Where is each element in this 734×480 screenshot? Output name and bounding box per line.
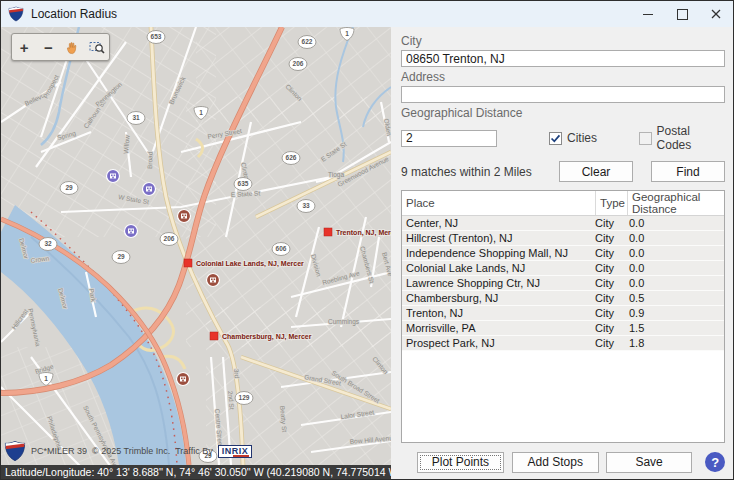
svg-text:1: 1 [345, 30, 349, 37]
poi-icon[interactable] [143, 183, 156, 196]
checkbox-box [549, 132, 562, 145]
table-row[interactable]: Independence Shopping Mall, NJCity0.0 [402, 246, 724, 261]
map-marker-label: Colonial Lake Lands, NJ, Mercer [196, 260, 304, 268]
svg-text:606: 606 [276, 245, 287, 252]
svg-text:29: 29 [117, 253, 125, 260]
table-cell: Colonial Lake Lands, NJ [402, 262, 595, 274]
map-attribution: PC*MILER 39 © 2025 Trimble Inc. Traffic … [4, 440, 252, 462]
table-cell: 0.5 [629, 292, 724, 304]
route-shield: 31 [127, 112, 145, 125]
clear-button[interactable]: Clear [559, 161, 633, 182]
distance-input[interactable] [401, 130, 497, 147]
inrix-logo: INRIX [218, 445, 253, 458]
checkbox-box [639, 132, 652, 145]
cities-checkbox[interactable]: Cities [549, 131, 597, 145]
table-row[interactable]: Hillcrest (Trenton), NJCity0.0 [402, 231, 724, 246]
route-shield: 635 [234, 178, 252, 191]
location-radius-window: Location Radius [0, 0, 734, 480]
zoom-in-button[interactable]: + [14, 37, 34, 57]
street-label: 3rd [233, 368, 241, 378]
results-header: Place Type Geographical Distance [402, 191, 724, 216]
lat-long-statusbar: Latitude/Longitude: 40° 13' 8.688'' N, 7… [1, 465, 391, 479]
table-row[interactable]: Chambersburg, NJCity0.5 [402, 291, 724, 306]
address-input[interactable] [401, 86, 725, 103]
table-row[interactable]: Trenton, NJCity0.9 [402, 306, 724, 321]
table-cell: City [595, 232, 629, 244]
minimize-icon [643, 14, 653, 15]
table-row[interactable]: Center, NJCity0.0 [402, 216, 724, 231]
plot-points-button[interactable]: Plot Points [417, 452, 504, 473]
svg-text:29: 29 [65, 184, 73, 191]
map-panel: BellevueProspectSpringCalhoun StreetPenn… [1, 27, 391, 479]
attribution-product: PC*MILER 39 [31, 446, 87, 456]
zoom-box-icon [89, 39, 105, 55]
titlebar: Location Radius [1, 1, 733, 27]
table-row[interactable]: Colonial Lake Lands, NJCity0.0 [402, 261, 724, 276]
poi-icon[interactable] [107, 170, 120, 183]
table-cell: City [595, 247, 629, 259]
route-shield: 29 [60, 182, 78, 195]
pcmiler-logo-icon [4, 440, 26, 462]
svg-text:653: 653 [151, 33, 162, 40]
find-button[interactable]: Find [651, 161, 725, 182]
column-header-type[interactable]: Type [595, 191, 627, 215]
column-header-place[interactable]: Place [402, 191, 595, 215]
table-row[interactable]: Morrisville, PACity1.5 [402, 321, 724, 336]
route-shield: 32 [39, 238, 57, 251]
table-cell: Independence Shopping Mall, NJ [402, 247, 595, 259]
matches-count-text: 9 matches within 2 Miles [401, 165, 559, 179]
table-cell: City [595, 307, 629, 319]
map-marker-label: Chambersburg, NJ, Mercer [222, 333, 312, 341]
svg-text:33: 33 [302, 202, 310, 209]
route-shield: 206 [160, 233, 178, 246]
table-cell: Center, NJ [402, 217, 595, 229]
table-cell: City [595, 217, 629, 229]
table-cell: City [595, 322, 629, 334]
table-cell: Prospect Park, NJ [402, 337, 595, 349]
map-svg[interactable]: BellevueProspectSpringCalhoun StreetPenn… [1, 27, 391, 465]
svg-text:1: 1 [44, 375, 48, 382]
svg-text:626: 626 [286, 154, 297, 161]
minimize-button[interactable] [631, 1, 665, 27]
pcmiler-logo-icon [8, 6, 24, 22]
search-panel: City Address Geographical Distance Citie… [391, 27, 733, 479]
table-cell: 0.0 [629, 247, 724, 259]
save-button[interactable]: Save [606, 452, 693, 473]
city-input[interactable] [401, 50, 725, 67]
table-cell: Lawrence Shopping Ctr, NJ [402, 277, 595, 289]
add-stops-button[interactable]: Add Stops [512, 452, 599, 473]
svg-text:622: 622 [302, 38, 313, 45]
poi-icon[interactable] [178, 210, 191, 223]
table-row[interactable]: Prospect Park, NJCity1.8 [402, 336, 724, 351]
maximize-button[interactable] [665, 1, 699, 27]
table-row[interactable]: Lawrence Shopping Ctr, NJCity0.0 [402, 276, 724, 291]
postal-codes-checkbox[interactable]: Postal Codes [639, 124, 725, 152]
cities-checkbox-label: Cities [567, 131, 597, 145]
address-label: Address [401, 70, 725, 84]
column-header-distance[interactable]: Geographical Distance [627, 191, 724, 215]
route-shield: 653 [147, 31, 165, 44]
street-label: Broad [146, 151, 154, 169]
pan-button[interactable] [63, 37, 83, 57]
route-shield: 622 [298, 36, 316, 49]
route-shield: 29 [112, 251, 130, 264]
table-cell: 0.0 [629, 277, 724, 289]
postal-codes-checkbox-label: Postal Codes [657, 124, 725, 152]
zoom-out-button[interactable]: − [38, 37, 58, 57]
table-cell: 0.0 [629, 262, 724, 274]
zoom-box-button[interactable] [87, 37, 107, 57]
poi-icon[interactable] [125, 225, 138, 238]
street-label: Cummings [328, 318, 360, 326]
results-table: Place Type Geographical Distance Center,… [401, 190, 725, 443]
close-button[interactable] [699, 1, 733, 27]
route-shield: 626 [282, 152, 300, 165]
map-marker[interactable]: Chambersburg, NJ, Mercer [210, 332, 312, 341]
table-cell: City [595, 292, 629, 304]
poi-icon[interactable] [177, 373, 190, 386]
svg-text:1: 1 [199, 109, 203, 116]
help-button[interactable]: ? [705, 452, 725, 472]
attribution-copyright: © 2025 Trimble Inc. [92, 446, 170, 456]
map-marker[interactable]: Colonial Lake Lands, NJ, Mercer [184, 259, 304, 268]
maximize-icon [677, 9, 688, 20]
poi-icon[interactable] [207, 274, 220, 287]
